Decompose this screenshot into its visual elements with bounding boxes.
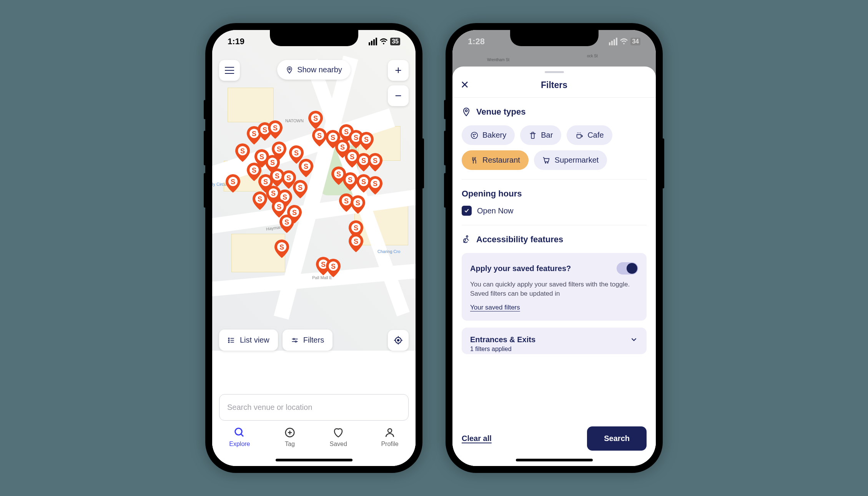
section-opening-hours: Opening hours Open Now [462,180,647,225]
svg-line-20 [241,434,243,436]
map-pin[interactable] [272,141,286,160]
accessibility-icon [462,235,471,244]
chip-cafe[interactable]: Cafe [567,125,612,145]
status-time: 1:28 [468,37,485,47]
phone-filters-screen: Wrentham St ock St 1:28 34 Filters [446,23,663,473]
list-view-label: List view [240,336,269,345]
map-pin[interactable] [226,174,240,193]
search-input[interactable] [219,394,409,421]
person-icon [384,427,396,438]
zoom-in-button[interactable]: + [388,60,409,81]
heart-icon [333,427,344,438]
search-button[interactable]: Search [587,426,647,451]
tab-explore[interactable]: Explore [229,427,250,448]
open-now-label: Open Now [477,206,514,215]
saved-filters-link[interactable]: Your saved filters [470,304,520,311]
chip-restaurant-label: Restaurant [482,156,520,165]
battery-icon: 35 [390,38,400,45]
svg-point-29 [473,134,474,135]
map-pin[interactable] [253,191,267,210]
zoom-out-button[interactable]: − [388,85,409,106]
map-pin[interactable] [312,128,327,146]
sheet-scroll[interactable]: Venue types Bakery Bar Caf [452,98,656,420]
map-pin[interactable] [359,132,374,150]
tab-profile[interactable]: Profile [381,427,398,448]
tab-tag[interactable]: Tag [284,427,296,448]
map-pin[interactable] [279,215,294,233]
svg-point-12 [295,341,296,342]
cookie-icon [470,131,479,140]
home-indicator[interactable] [276,459,353,461]
map-pin[interactable] [351,195,365,214]
crosshair-icon [393,335,403,345]
location-pin-icon [286,66,293,74]
trash-icon [529,131,537,140]
coffee-icon [575,131,584,140]
search-icon [234,427,245,438]
entrances-sub: 1 filters applied [470,346,535,353]
checkbox-checked-icon [462,206,472,216]
svg-point-30 [475,134,476,135]
chevron-down-icon [630,335,638,344]
cellular-icon [609,38,617,45]
saved-features-toggle[interactable] [617,262,638,275]
svg-point-10 [293,338,294,340]
utensils-icon [470,156,479,165]
map-pin[interactable] [368,176,382,195]
map-pin[interactable] [274,240,289,258]
map-pin[interactable] [326,259,341,277]
venue-types-heading: Venue types [476,107,525,117]
sheet-title: Filters [460,80,648,90]
filters-icon [291,336,299,344]
cellular-icon [369,38,377,45]
list-icon [228,336,235,344]
svg-point-2 [289,68,290,70]
list-view-button[interactable]: List view [219,330,278,351]
tab-profile-label: Profile [381,441,398,448]
tab-tag-label: Tag [285,441,295,448]
wifi-icon [379,38,388,45]
tab-saved[interactable]: Saved [330,427,347,448]
svg-point-14 [397,339,399,341]
clear-all-button[interactable]: Clear all [462,434,492,443]
map-pin[interactable] [235,143,250,162]
entrances-exits-card[interactable]: Entrances & Exits 1 filters applied [462,328,647,354]
svg-point-7 [228,341,229,343]
chip-bar-label: Bar [541,131,553,140]
map-pin[interactable] [308,111,323,129]
map-pin[interactable] [268,120,283,139]
svg-point-27 [466,110,467,112]
map-pin[interactable] [299,159,313,177]
tab-explore-label: Explore [229,441,250,448]
close-button[interactable] [460,80,469,91]
open-now-checkbox[interactable]: Open Now [462,206,647,216]
locate-button[interactable] [388,330,409,351]
map-pin[interactable] [293,180,308,198]
notch [510,30,599,46]
phone-map-screen: 1:19 35 NATOWN Haymarket Pall Mall E Cha… [205,23,422,473]
accessibility-heading: Accessibility features [476,235,563,245]
saved-features-title: Apply your saved features? [470,264,571,273]
close-icon [460,80,469,89]
chip-supermarket[interactable]: Supermarket [534,150,607,170]
map-pin[interactable] [368,153,382,171]
tab-bar: Explore Tag Saved Profile [212,424,416,454]
menu-button[interactable] [219,60,240,81]
chip-bakery[interactable]: Bakery [462,125,515,145]
chip-restaurant[interactable]: Restaurant [462,150,529,170]
home-indicator[interactable] [516,459,593,461]
saved-features-desc: You can quickly apply your saved filters… [470,280,638,298]
chip-bakery-label: Bakery [482,131,506,140]
map-pin[interactable] [343,172,358,191]
chip-bar[interactable]: Bar [520,125,561,145]
chip-cafe-label: Cafe [587,131,604,140]
show-nearby-button[interactable]: Show nearby [277,60,351,80]
notch [270,30,358,46]
sheet-grabber[interactable] [545,71,564,73]
plus-circle-icon [284,427,296,438]
opening-hours-heading: Opening hours [462,189,522,199]
map-pin[interactable] [349,234,363,252]
filters-label: Filters [303,336,324,345]
filters-button[interactable]: Filters [283,330,333,351]
saved-features-card: Apply your saved features? You can quick… [462,253,647,321]
